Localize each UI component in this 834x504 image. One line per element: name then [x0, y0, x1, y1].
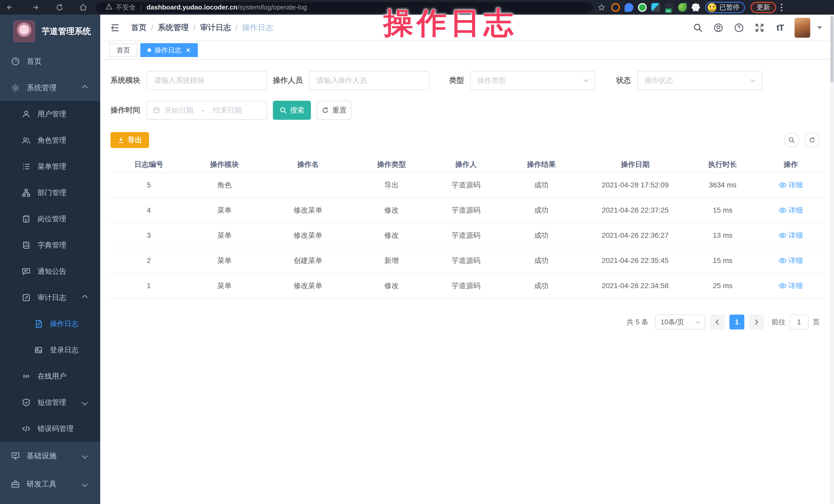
table-row[interactable]: 2 菜单 创建菜单 新增 芋道源码 成功 2021-04-26 22:35:45… [110, 248, 827, 273]
prev-page-button[interactable] [710, 314, 725, 329]
url-path[interactable]: /system/log/operate-log [237, 3, 307, 11]
bookmark-star-icon[interactable] [596, 2, 607, 13]
detail-link[interactable]: 详细 [779, 256, 803, 265]
date-range-picker[interactable]: 开始日期 - 结束日期 [147, 101, 267, 120]
table-toolbar: 导出 [110, 132, 819, 148]
sidebar-item-role-management[interactable]: 角色管理 [0, 127, 100, 153]
sidebar-item-system-management[interactable]: 系统管理 [0, 74, 100, 101]
sidebar-item-notice[interactable]: 通知公告 [0, 258, 100, 285]
scrollbar-thumb[interactable] [830, 16, 833, 83]
total-count: 共 5 条 [627, 317, 648, 327]
reset-button[interactable]: 重置 [316, 101, 351, 120]
search-button[interactable]: 搜索 [273, 101, 311, 120]
sidebar-item-sms-management[interactable]: 短信管理 [0, 389, 100, 416]
status-label: 状态 [616, 75, 631, 86]
browser-back-icon[interactable] [5, 2, 15, 13]
browser-reload-icon[interactable] [54, 2, 65, 13]
chevron-up-icon [82, 85, 88, 91]
column-header: 操作名 [262, 160, 354, 169]
extension-icon[interactable]: on [665, 3, 674, 12]
sidebar-item-audit-log[interactable]: 审计日志 [0, 285, 100, 311]
system-management-submenu: 用户管理 角色管理 菜单管理 部门管理 岗位管理 [0, 101, 100, 442]
breadcrumb-home[interactable]: 首页 [131, 22, 147, 33]
sidebar-fold-icon[interactable] [108, 21, 122, 35]
operator-input[interactable] [309, 71, 430, 90]
sidebar-item-dict-management[interactable]: 字典管理 [0, 232, 100, 258]
column-header: 操作 [754, 160, 827, 169]
sidebar-item-user-management[interactable]: 用户管理 [0, 101, 100, 127]
browser-home-icon[interactable] [78, 2, 88, 13]
browser-menu-kebab-icon[interactable] [780, 4, 783, 11]
sidebar-logo[interactable]: 芋道管理系统 [0, 15, 100, 48]
sidebar-item-home[interactable]: 首页 [0, 48, 100, 74]
sidebar-item-online-users[interactable]: 在线用户 [0, 363, 100, 389]
sidebar-item-infrastructure[interactable]: 基础设施 [0, 442, 100, 470]
tab-operate-log[interactable]: 操作日志 [140, 43, 198, 57]
message-icon [22, 267, 31, 276]
sidebar-item-menu-management[interactable]: 菜单管理 [0, 153, 100, 180]
extensions-puzzle-icon[interactable] [692, 3, 700, 12]
detail-link[interactable]: 详细 [779, 281, 803, 291]
breadcrumb: 首页 / 系统管理 / 审计日志 / 操作日志 [131, 22, 273, 33]
active-dot-icon [148, 48, 151, 52]
sidebar-item-department-management[interactable]: 部门管理 [0, 180, 100, 206]
detail-link[interactable]: 详细 [779, 231, 803, 240]
extension-icon[interactable] [678, 3, 687, 12]
table-row[interactable]: 4 菜单 修改菜单 修改 芋道源码 成功 2021-04-26 22:37:25… [110, 198, 827, 223]
breadcrumb-system[interactable]: 系统管理 [158, 22, 189, 33]
tab-home[interactable]: 首页 [109, 43, 137, 57]
user-avatar[interactable] [794, 18, 810, 38]
help-icon[interactable] [732, 21, 746, 35]
page-unit-label: 页 [813, 317, 819, 327]
pagination: 共 5 条 10条/页 1 前往 页 [110, 314, 819, 329]
close-tab-icon[interactable] [185, 47, 191, 53]
table-row[interactable]: 5 角色 导出 芋道源码 成功 2021-04-28 17:52:09 3634… [110, 173, 827, 198]
fullscreen-icon[interactable] [752, 21, 767, 35]
extension-icon[interactable] [638, 3, 647, 12]
toggle-search-icon[interactable] [784, 133, 799, 148]
extension-icon[interactable] [611, 3, 620, 12]
status-select[interactable]: 操作状态 [637, 71, 762, 90]
filter-row-1: 系统模块 操作人员 类型 操作类型 状态 操作状态 [110, 71, 819, 90]
table-row[interactable]: 1 菜单 修改菜单 修改 芋道源码 成功 2021-04-26 22:34:58… [110, 273, 827, 299]
browser-address-bar[interactable]: 不安全 dashboard.yudao.iocoder.cn /system/l… [95, 2, 593, 13]
page-size-select[interactable]: 10条/页 [655, 314, 705, 329]
security-label[interactable]: 不安全 [116, 3, 136, 12]
omnibox-divider [141, 4, 141, 10]
toolbox-icon [11, 480, 20, 489]
column-header: 日志编号 [110, 160, 187, 169]
operate-log-table: 日志编号 操作模块 操作名 操作类型 操作人 操作结果 操作日期 执行时长 操作… [110, 157, 827, 299]
url-domain[interactable]: dashboard.yudao.iocoder.cn [147, 3, 237, 11]
page-number-1[interactable]: 1 [729, 314, 744, 329]
sidebar-item-post-management[interactable]: 岗位管理 [0, 206, 100, 232]
breadcrumb-audit[interactable]: 审计日志 [200, 22, 231, 33]
font-size-icon[interactable]: tT [773, 21, 787, 35]
export-button[interactable]: 导出 [110, 132, 149, 148]
page-scrollbar[interactable] [830, 15, 834, 504]
update-label: 更新 [757, 3, 770, 12]
sidebar-item-operate-log[interactable]: 操作日志 [0, 311, 100, 337]
detail-link[interactable]: 详细 [779, 180, 803, 190]
sidebar-item-errorcode-management[interactable]: 错误码管理 [0, 416, 100, 442]
type-select[interactable]: 操作类型 [470, 71, 595, 90]
type-label: 类型 [449, 75, 464, 86]
table-row[interactable]: 3 菜单 修改菜单 修改 芋道源码 成功 2021-04-26 22:36:27… [110, 223, 827, 248]
refresh-icon[interactable] [805, 133, 819, 148]
github-icon[interactable] [711, 21, 726, 35]
app-title: 芋道管理系统 [42, 26, 91, 37]
browser-profile-chip[interactable]: 已暂停 [705, 2, 745, 13]
sidebar-item-login-log[interactable]: 登录日志 [0, 337, 100, 363]
extension-pin-icon[interactable] [624, 3, 633, 12]
extension-icon[interactable] [651, 3, 660, 12]
eye-icon [779, 182, 787, 188]
detail-link[interactable]: 详细 [779, 205, 803, 215]
sidebar: 芋道管理系统 首页 系统管理 用户管理 角色管理 [0, 15, 100, 504]
sidebar-item-dev-tools[interactable]: 研发工具 [0, 470, 100, 498]
search-icon[interactable] [690, 21, 705, 35]
next-page-button[interactable] [749, 314, 764, 329]
browser-forward-icon[interactable] [30, 2, 41, 13]
module-input[interactable] [147, 71, 267, 90]
caret-down-icon[interactable] [817, 26, 822, 29]
browser-update-button[interactable]: 更新 [750, 2, 776, 13]
goto-page-input[interactable] [790, 314, 809, 329]
